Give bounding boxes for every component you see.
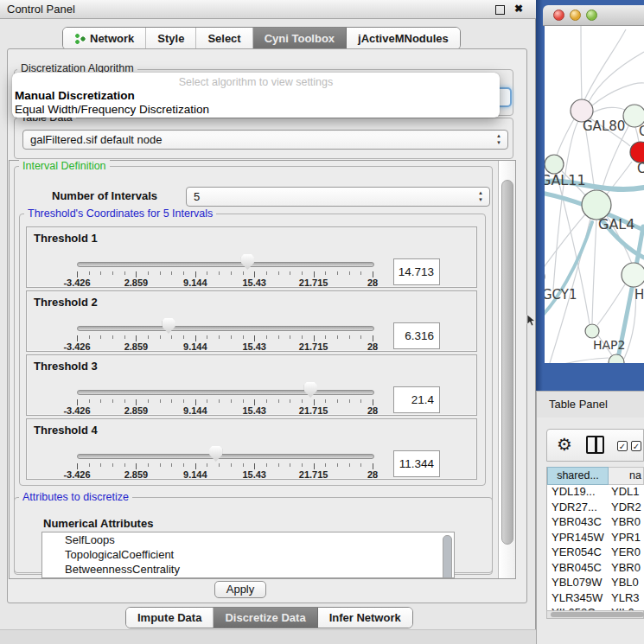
tick-mark (349, 335, 350, 339)
node-h[interactable] (622, 263, 644, 287)
scale-value: 15.43 (242, 341, 266, 352)
table-row[interactable]: YPR145WYPR1 (547, 531, 644, 546)
close-traffic-light[interactable] (553, 10, 564, 21)
cell-name: YLR3 (609, 591, 644, 607)
svg-text:C: C (637, 161, 644, 176)
tab-label: Infer Network (329, 611, 401, 624)
table-data-combobox[interactable]: galFiltered.sif default node ▲▼ (22, 130, 508, 150)
tick-mark (373, 463, 373, 469)
slider-thumb[interactable] (209, 446, 222, 462)
tick-mark (219, 335, 220, 339)
threshold-value-box[interactable]: 21.4 (393, 386, 440, 413)
table-row[interactable]: YBL079WYBL0 (547, 576, 644, 591)
table-panel-toolbar: ⚙ ✓ ✓ (546, 429, 644, 462)
tab-label: Discretize Data (225, 611, 305, 624)
checkbox-icon[interactable]: ✓ (617, 441, 628, 451)
table-panel-title: Table Panel (549, 398, 608, 411)
threshold-value-box[interactable]: 6.316 (393, 322, 440, 349)
table-row[interactable]: YBR043CYBR0 (547, 515, 644, 531)
tick-mark (290, 271, 290, 275)
gear-icon[interactable]: ⚙ (557, 434, 572, 455)
slider-thumb[interactable] (163, 318, 175, 334)
vertical-scrollbar-track[interactable] (498, 161, 515, 578)
node-table[interactable]: shared... na YDL19...YDL1YDR27...YDR2YBR… (546, 467, 644, 610)
tick-mark (243, 271, 244, 275)
tab-jactivemnodules[interactable]: jActiveMNodules (347, 28, 460, 49)
tick-mark (302, 399, 303, 403)
node-bottom-partial[interactable] (609, 354, 624, 363)
table-row[interactable]: YLR345WYLR3 (547, 591, 644, 607)
slider-thumb[interactable] (304, 382, 317, 398)
column-header-shared-name[interactable]: shared... (547, 467, 609, 485)
svg-text:G: G (639, 124, 644, 139)
screen: Control Panel ✖ NetworkStyleSelectCyni T… (0, 0, 644, 644)
tick-mark (136, 335, 137, 341)
algorithm-option[interactable]: Manual Discretization (12, 89, 500, 103)
svg-text:GCY1: GCY1 (545, 287, 577, 303)
node-hap2[interactable] (585, 324, 599, 338)
tab-discretize-data[interactable]: Discretize Data (214, 608, 317, 628)
apply-button[interactable]: Apply (214, 581, 266, 598)
table-hscroll-thumb[interactable] (551, 612, 644, 617)
node-gal4[interactable] (582, 190, 611, 220)
table-row[interactable]: YDR27...YDR2 (547, 501, 644, 516)
tick-mark (207, 463, 207, 467)
columns-icon[interactable] (586, 436, 604, 454)
attribute-item[interactable]: TopologicalCoefficient (42, 547, 454, 562)
scale-value: 15.43 (242, 277, 266, 288)
tick-mark (195, 399, 196, 405)
tick-mark (360, 271, 361, 275)
threshold-value-box[interactable]: 11.344 (393, 450, 440, 477)
checkbox-icon[interactable]: ✓ (631, 441, 641, 451)
scale-value: 21.715 (299, 277, 328, 288)
tab-impute-data[interactable]: Impute Data (126, 608, 214, 628)
table-row[interactable]: YER054CYER0 (547, 545, 644, 561)
number-of-intervals-combobox[interactable]: 5 ▲▼ (186, 187, 490, 207)
tick-mark (302, 463, 303, 467)
tick-mark (349, 463, 350, 467)
float-window-icon[interactable] (495, 5, 505, 15)
tab-style[interactable]: Style (146, 28, 196, 49)
top-tab-bar: NetworkStyleSelectCyni ToolboxjActiveMNo… (62, 27, 461, 50)
slider-track[interactable] (77, 326, 374, 331)
tick-mark (290, 335, 290, 339)
threshold-value-box[interactable]: 14.713 (393, 258, 440, 285)
attribute-item[interactable]: BetweennessCentrality (42, 562, 454, 577)
node-gal11[interactable] (545, 155, 564, 174)
attributes-scrollbar[interactable] (443, 535, 452, 578)
cell-shared-name: YBR045C (547, 561, 609, 577)
attribute-item[interactable]: SelfLoops (42, 532, 454, 547)
combo-spinner-icon: ▲▼ (496, 132, 501, 146)
tick-mark (254, 335, 255, 341)
slider-track[interactable] (77, 390, 374, 395)
algorithm-option[interactable]: Equal Width/Frequency Discretization (12, 103, 500, 117)
tab-infer-network[interactable]: Infer Network (318, 608, 412, 628)
vertical-scrollbar-thumb[interactable] (501, 180, 513, 545)
number-of-intervals-label: Number of Intervals (52, 189, 157, 202)
zoom-traffic-light[interactable] (586, 10, 597, 21)
node-selected-red[interactable] (630, 142, 644, 163)
slider-thumb[interactable] (241, 254, 254, 270)
numerical-attributes-list[interactable]: SelfLoopsTopologicalCoefficientBetweenne… (41, 532, 455, 578)
tick-mark (254, 463, 255, 469)
cell-shared-name: YER054C (547, 545, 609, 561)
tick-mark (136, 399, 137, 405)
minimize-traffic-light[interactable] (570, 10, 581, 21)
close-icon[interactable]: ✖ (514, 3, 523, 15)
slider-track[interactable] (77, 454, 374, 459)
tab-cyni-toolbox[interactable]: Cyni Toolbox (253, 28, 347, 49)
tab-network[interactable]: Network (63, 28, 146, 49)
tick-mark (77, 271, 78, 277)
column-header-name[interactable]: na (609, 467, 644, 485)
tick-mark (290, 399, 290, 403)
network-canvas[interactable]: GAL80 G C GAL11 GAL4 GCY1 H HAP2 (545, 26, 644, 363)
tick-mark (373, 271, 373, 277)
scale-value: -3.426 (63, 405, 90, 416)
scale-value: 28 (367, 341, 378, 352)
slider-track[interactable] (77, 262, 374, 267)
tick-mark (77, 463, 78, 469)
table-horizontal-scrollbar[interactable] (546, 610, 644, 619)
table-row[interactable]: YDL19...YDL1 (547, 485, 644, 501)
table-row[interactable]: YBR045CYBR0 (547, 561, 644, 577)
tab-select[interactable]: Select (196, 28, 252, 49)
